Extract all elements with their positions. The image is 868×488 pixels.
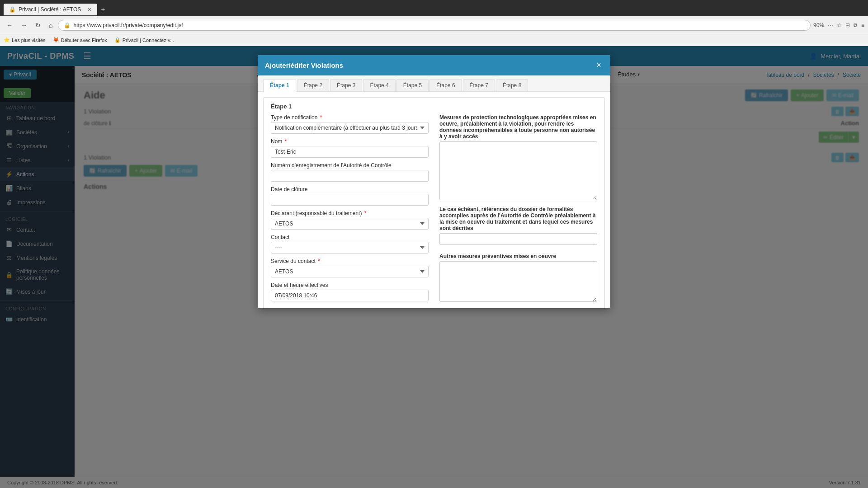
form-left-column: Type de notification * Notification comp… (271, 114, 429, 308)
tab-etape7[interactable]: Étape 7 (463, 79, 495, 91)
browser-toolbar: ← → ↻ ⌂ 🔒 https://www.privacil.fr/privat… (0, 16, 868, 34)
date-heure-label: Date et heure effectives (271, 282, 429, 288)
tab-etape3[interactable]: Étape 3 (330, 79, 362, 91)
type-notification-select[interactable]: Notification complémentaire (à effectuer… (271, 122, 429, 134)
reload-button[interactable]: ↻ (33, 20, 43, 31)
date-cloture-label: Date de clôture (271, 186, 429, 192)
contact-label: Contact (271, 234, 429, 240)
contact-select[interactable]: ---- (271, 242, 429, 253)
tab-close-button[interactable]: ✕ (87, 6, 92, 13)
section-title: Étape 1 (271, 103, 597, 110)
autres-mesures-group: Autres mesures préventives mises en oeuv… (439, 253, 597, 303)
mesures-label: Mesures de protection technologiques app… (439, 114, 597, 140)
date-heure-group: Date et heure effectives (271, 282, 429, 301)
bookmark-firefox[interactable]: 🦊 Débuter avec Firefox (53, 37, 107, 43)
url-text: https://www.privacil.fr/private/company/… (73, 22, 804, 28)
tab-etape8[interactable]: Étape 8 (496, 79, 528, 91)
references-label: Le cas échéant, références du dossier de… (439, 206, 597, 231)
mesures-textarea[interactable] (439, 141, 597, 200)
home-button[interactable]: ⌂ (46, 20, 55, 31)
star-icon: ⭐ (4, 37, 10, 43)
toolbar-right: 90% ⋯ ☆ ⊟ ⧉ ≡ (813, 22, 864, 28)
service-contact-label: Service du contact * (271, 258, 429, 264)
required-star: * (320, 114, 322, 121)
form-section-etape1: Étape 1 Type de notification * (263, 97, 605, 308)
numero-label: Numéro d'enregistrement de l'Autorité de… (271, 162, 429, 169)
app-wrapper: PrivaCIL - DPMS ☰ 👤 Mercier, Martial ▾ P… (0, 46, 868, 488)
new-tab-button[interactable]: + (97, 3, 108, 16)
references-input[interactable] (439, 233, 597, 245)
modal-overlay: Ajouter/éditer Violations × Étape 1 Étap… (75, 66, 868, 477)
service-required-star: * (318, 258, 320, 264)
type-notification-label: Type de notification * (271, 114, 429, 121)
numero-group: Numéro d'enregistrement de l'Autorité de… (271, 162, 429, 182)
tab-title: Privacil | Société : AETOS (19, 6, 81, 13)
tab-switcher-icon[interactable]: ⧉ (854, 22, 858, 28)
mesures-group: Mesures de protection technologiques app… (439, 114, 597, 202)
forward-button[interactable]: → (18, 20, 30, 31)
contact-group: Contact ---- (271, 234, 429, 253)
menu-icon[interactable]: ≡ (861, 22, 864, 28)
bookmark-star-icon[interactable]: ☆ (837, 22, 842, 28)
modal-title: Ajouter/éditer Violations (265, 66, 343, 69)
back-button[interactable]: ← (4, 20, 15, 31)
bookmark-privacil[interactable]: 🔒 Privacil | Connectez-v... (114, 37, 175, 43)
references-group: Le cas échéant, références du dossier de… (439, 206, 597, 249)
declarant-select[interactable]: AETOS (271, 218, 429, 230)
secure-icon: 🔒 (64, 22, 71, 28)
service-contact-select[interactable]: AETOS (271, 266, 429, 277)
tab-etape5[interactable]: Étape 5 (396, 79, 429, 91)
violations-modal: Ajouter/éditer Violations × Étape 1 Étap… (258, 66, 610, 308)
nom-required-star: * (285, 138, 287, 145)
declarant-group: Déclarant (responsable du traitement) * … (271, 210, 429, 230)
service-contact-group: Service du contact * AETOS (271, 258, 429, 277)
numero-input[interactable] (271, 170, 429, 182)
tab-etape2[interactable]: Étape 2 (297, 79, 329, 91)
tab-etape1[interactable]: Étape 1 (263, 79, 296, 92)
type-notification-group: Type de notification * Notification comp… (271, 114, 429, 134)
address-bar[interactable]: 🔒 https://www.privacil.fr/private/compan… (58, 20, 810, 31)
nom-group: Nom * (271, 138, 429, 158)
tab-etape6[interactable]: Étape 6 (429, 79, 462, 91)
modal-tabs: Étape 1 Étape 2 Étape 3 Étape 4 Étape 5 … (258, 75, 610, 92)
form-grid: Type de notification * Notification comp… (271, 114, 597, 308)
tab-favicon: 🔒 (9, 6, 16, 13)
zoom-level: 90% (813, 22, 824, 28)
browser-tabs: 🔒 Privacil | Société : AETOS ✕ + (0, 0, 868, 16)
nom-input[interactable] (271, 146, 429, 158)
date-cloture-input[interactable] (271, 194, 429, 206)
tab-etape4[interactable]: Étape 4 (363, 79, 395, 91)
date-heure-input[interactable] (271, 290, 429, 301)
date-cloture-group: Date de clôture (271, 186, 429, 206)
modal-header: Ajouter/éditer Violations × (258, 66, 610, 75)
active-tab[interactable]: 🔒 Privacil | Société : AETOS ✕ (4, 4, 97, 15)
autres-mesures-label: Autres mesures préventives mises en oeuv… (439, 253, 597, 259)
declarant-label: Déclarant (responsable du traitement) * (271, 210, 429, 216)
modal-close-button[interactable]: × (594, 66, 603, 70)
main-content: Société : AETOS Administrer ▾ Configurer… (75, 66, 868, 477)
extensions-icon: ⋯ (828, 22, 833, 28)
sidebar-toggle-icon[interactable]: ⊟ (845, 22, 850, 28)
declarant-required-star: * (364, 210, 367, 216)
modal-body: Étape 1 Étape 2 Étape 3 Étape 4 Étape 5 … (258, 75, 610, 308)
privacil-icon: 🔒 (114, 37, 121, 43)
browser-chrome: 🔒 Privacil | Société : AETOS ✕ + ← → ↻ ⌂… (0, 0, 868, 46)
autres-mesures-textarea[interactable] (439, 261, 597, 302)
nom-label: Nom * (271, 138, 429, 145)
bookmark-visited[interactable]: ⭐ Les plus visités (4, 37, 46, 43)
app-body: ▾ Privacil Valider Navigation ⊞ Tableau … (0, 66, 868, 477)
firefox-icon: 🦊 (53, 37, 59, 43)
bookmarks-bar: ⭐ Les plus visités 🦊 Débuter avec Firefo… (0, 34, 868, 46)
form-right-column: Mesures de protection technologiques app… (439, 114, 597, 308)
